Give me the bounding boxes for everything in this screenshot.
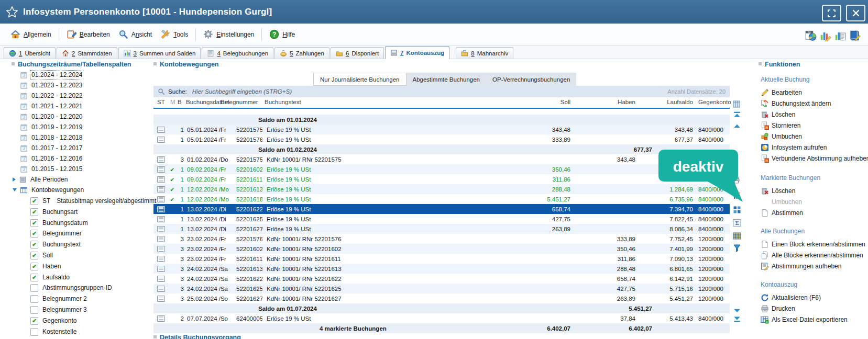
tab-summen-und-salden[interactable]: 3Summen und Salden (118, 47, 201, 59)
tree-period-item[interactable]: J01.2020 - 12.2020 (20, 112, 82, 121)
booking-row[interactable]: 113.02.2024 /Di52201625Erlöse 19 % USt42… (153, 214, 730, 224)
column-header-m[interactable]: M (170, 99, 175, 105)
checkbox-checked[interactable]: ✔ (30, 197, 38, 205)
layout-squares-icon[interactable] (733, 206, 741, 214)
checkbox-unchecked[interactable] (30, 306, 38, 314)
maximize-button[interactable] (822, 5, 841, 21)
menu-item-bearbeiten[interactable]: Bearbeiten (62, 27, 114, 41)
menu-item-tools[interactable]: Tools (156, 27, 192, 41)
booking-row[interactable]: ✔112.02.2024 /Mo52201613Erlöse 19 % USt2… (153, 184, 730, 194)
column-header-haben[interactable]: Haben (618, 99, 635, 105)
view-button-op-verrechnungsbuchungen[interactable]: OP-Verrechnungsbuchungen (486, 73, 576, 86)
filter-icon[interactable] (733, 244, 741, 252)
column-checkbox-item[interactable]: ✔Soll (30, 251, 53, 260)
checkbox-checked[interactable]: ✔ (30, 219, 38, 227)
tab-disponiert[interactable]: 6Disponiert (331, 47, 384, 59)
column-header-gegenkonto[interactable]: Gegenkonto (698, 99, 731, 105)
menu-item-ansicht[interactable]: Ansicht (114, 27, 156, 41)
menu-item-allgemein[interactable]: Allgemein (6, 27, 56, 41)
booking-row[interactable]: 207.07.2024 /So62400005Erlöse 19 % USt37… (153, 313, 730, 323)
tab-stammdaten[interactable]: 2Stammdaten (57, 47, 117, 59)
function-drucken[interactable]: Drucken (761, 303, 795, 314)
tab-kontoauszug[interactable]: 7Kontoauszug (385, 46, 449, 59)
booking-row[interactable]: 105.01.2024 /Fr52201575Erlöse 19 % USt34… (153, 125, 730, 134)
tree-period-item[interactable]: J01.2019 - 12.2019 (20, 122, 82, 132)
view-button-abgestimmte-buchungen[interactable]: Abgestimmte Buchungen (406, 73, 487, 86)
checkbox-unchecked[interactable] (30, 284, 38, 292)
tree-period-item[interactable]: J01.2017 - 12.2017 (20, 143, 82, 153)
function-löschen[interactable]: Löschen (761, 109, 795, 120)
booking-row[interactable]: ✔112.02.2024 /Mo52201618Erlöse 19 % USt5… (153, 194, 730, 204)
checkbox-unchecked[interactable] (30, 295, 38, 303)
checkbox-unchecked[interactable] (30, 328, 38, 336)
book-edit-icon[interactable] (849, 30, 861, 41)
column-checkbox-item[interactable]: ✔Buchungstext (30, 240, 81, 249)
column-header-soll[interactable]: Soll (561, 99, 570, 105)
column-checkbox-item[interactable]: ✔STStatusbitmap versiegelt/abgestimmt (30, 196, 156, 206)
checkbox-checked[interactable]: ✔ (30, 274, 38, 281)
function-buchungstext-ändern[interactable]: Buchungstext ändern (761, 98, 831, 109)
column-checkbox-item[interactable]: Belegnummer 2 (30, 294, 87, 303)
booking-row[interactable]: ✔109.02.2024 /Fr52201611Erlöse 19 % USt3… (153, 174, 730, 184)
booking-row[interactable]: 324.02.2024 /Sa52201613KdNr 10001/ RNr 5… (153, 264, 730, 274)
chart-small-icon[interactable] (733, 191, 741, 200)
checkbox-checked[interactable]: ✔ (30, 230, 38, 238)
booking-row[interactable]: 325.02.2024 /So52201627KdNr 10001/ RNr 5… (153, 293, 730, 303)
booking-row[interactable]: ✔109.02.2024 /Fr52201602Erlöse 19 % USt3… (153, 164, 730, 174)
function-aktualisieren-f6-[interactable]: Aktualisieren (F6) (761, 292, 821, 303)
scroll-bottom-icon[interactable] (733, 314, 741, 323)
tree-node-alle-perioden[interactable]: Alle Perioden (13, 175, 68, 184)
function-infosystem-aufrufen[interactable]: Infosystem aufrufen (761, 142, 827, 153)
booking-row[interactable]: 105.01.2024 /Fr52201576Erlöse 19 % USt33… (153, 134, 730, 144)
report-chart-icon[interactable]: INV (805, 30, 817, 41)
function-bearbeiten[interactable]: Bearbeiten (761, 87, 802, 98)
tab-mahnarchiv[interactable]: 8Mahnarchiv (456, 47, 513, 59)
close-button[interactable] (846, 5, 865, 21)
tree-node-kontobewegungen[interactable]: Kontobewegungen (13, 185, 84, 195)
column-header-st[interactable]: ST (157, 99, 165, 105)
column-checkbox-item[interactable]: ✔Buchungsart (30, 207, 78, 217)
column-header-b[interactable]: B (178, 99, 182, 105)
saldo-group-row[interactable]: 5.451,27Saldo am 01.07.2024 (153, 303, 730, 313)
column-checkbox-item[interactable]: ✔Laufsaldo (30, 273, 70, 282)
function-alle-blöcke-erkennen-abstimmen[interactable]: Alle Blöcke erkennen/abstimmen (761, 250, 863, 261)
tree-period-item[interactable]: J01.2024 - 12.2024 (20, 70, 82, 80)
marked-sum-row[interactable]: 6.402,076.402,074 markierte Buchungen (153, 323, 730, 333)
booking-row-selected[interactable]: 113.02.2024 /Di52201622Erlöse 19 % USt65… (153, 204, 730, 214)
tree-period-item[interactable]: J01.2021 - 12.2021 (20, 101, 82, 111)
column-checkbox-item[interactable]: Kostenstelle (30, 327, 76, 336)
scroll-up-icon[interactable] (733, 121, 741, 130)
tab-belegbuchungen[interactable]: 4Belegbuchungen (202, 47, 273, 59)
scroll-down-icon[interactable] (733, 306, 741, 314)
column-checkbox-item[interactable]: Abstimmungsgruppen-ID (30, 283, 112, 292)
chart-doc-icon[interactable] (834, 30, 846, 41)
checkbox-checked[interactable]: ✔ (30, 208, 38, 216)
chevron-right-icon[interactable] (13, 177, 16, 182)
tab-zahlungen[interactable]: 5Zahlungen (274, 47, 329, 59)
column-header-laufsaldo[interactable]: Laufsaldo (667, 99, 693, 105)
print-small-icon[interactable] (733, 176, 741, 185)
function-umbuchen[interactable]: Umbuchen (761, 131, 802, 142)
chevron-down-icon[interactable] (13, 188, 17, 191)
menu-item-einstellungen[interactable]: Einstellungen (199, 27, 258, 41)
tree-period-item[interactable]: J01.2018 - 12.2018 (20, 133, 82, 142)
chart-edit-icon[interactable] (820, 30, 831, 41)
tab-übersicht[interactable]: 1Übersicht (4, 47, 56, 59)
grid-table-icon[interactable] (733, 232, 741, 240)
booking-row[interactable]: 301.02.2024 /Do52201575KdNr 10001/ RNr 5… (153, 154, 730, 164)
booking-row[interactable]: 323.02.2024 /Fr52201576KdNr 10001/ RNr 5… (153, 234, 730, 244)
function-stornieren[interactable]: INStornieren (761, 120, 800, 131)
booking-row[interactable]: 323.02.2024 /Fr52201611KdNr 10001/ RNr 5… (153, 254, 730, 264)
checkbox-checked[interactable]: ✔ (30, 263, 38, 270)
column-checkbox-item[interactable]: ✔Haben (30, 262, 61, 271)
booking-row[interactable]: 324.02.2024 /Sa52201625KdNr 10001/ RNr 5… (153, 284, 730, 293)
checkbox-checked[interactable]: ✔ (30, 317, 38, 325)
function-als-excel-datei-exportieren[interactable]: xAls Excel-Datei exportieren (761, 314, 848, 325)
function-verbundene-abstimmung-aufheben[interactable]: INVerbundene Abstimmung aufheben (761, 153, 868, 164)
search-input[interactable] (191, 88, 664, 95)
tree-period-item[interactable]: J01.2022 - 12.2022 (20, 91, 82, 100)
column-checkbox-item[interactable]: ✔Gegenkonto (30, 316, 76, 325)
column-header-beleg[interactable]: Belegnummer (221, 99, 258, 105)
function-abstimmen[interactable]: Abstimmen (761, 208, 803, 218)
favorite-star-icon[interactable] (5, 5, 19, 19)
